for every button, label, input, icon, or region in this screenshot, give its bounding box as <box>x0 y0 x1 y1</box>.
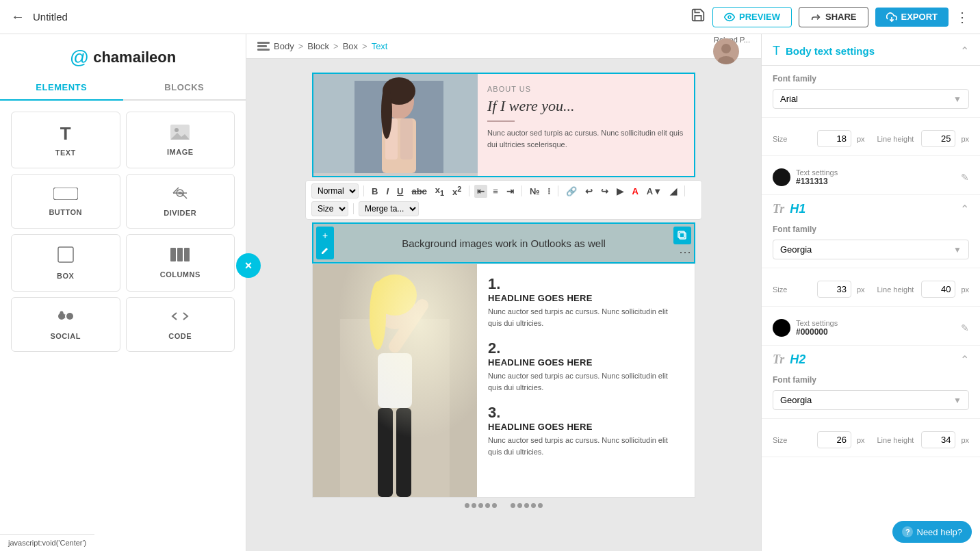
document-title: Untitled <box>33 11 68 23</box>
svg-rect-30 <box>400 118 413 159</box>
h1-size-input[interactable] <box>817 281 851 298</box>
h2-line-height-input[interactable] <box>921 431 955 448</box>
svg-rect-19 <box>257 42 270 44</box>
content-columns-block: 1. HEADLINE GOES HERE Nunc auctor sed tu… <box>312 264 695 498</box>
color-settings-label: Text settings <box>796 168 955 177</box>
bold-button[interactable]: B <box>369 185 381 198</box>
element-box[interactable]: BOX <box>11 234 120 292</box>
export-button[interactable]: EXPORT <box>875 8 949 27</box>
share-button[interactable]: SHARE <box>799 7 868 27</box>
line-height-input[interactable] <box>921 130 955 147</box>
font-family-section: Font family Arial ▼ <box>762 66 980 118</box>
size-input[interactable] <box>817 130 851 147</box>
h1-edit-color-button[interactable]: ✎ <box>961 322 969 333</box>
element-divider[interactable]: DIVIDER <box>126 174 235 229</box>
merge-tags-select[interactable]: Merge ta... <box>359 201 419 216</box>
column-list: 1. HEADLINE GOES HERE Nunc auctor sed tu… <box>477 264 695 497</box>
left-scroll-dots <box>465 503 497 508</box>
elements-grid: T TEXT IMAGE BUTTON DIVIDER <box>0 101 246 363</box>
social-label: SOCIAL <box>50 332 81 340</box>
right-scroll-dots <box>511 503 543 508</box>
h1-line-height-input[interactable] <box>921 281 955 298</box>
strikethrough-button[interactable]: abc <box>409 185 429 198</box>
subscript-button[interactable]: x1 <box>433 183 447 198</box>
h1-header: Tr H1 ⌃ <box>762 195 980 216</box>
edit-block-button[interactable] <box>316 242 334 259</box>
list-num-1: 1. <box>488 275 684 293</box>
need-help-button[interactable]: ? Need help? <box>892 521 972 543</box>
svg-rect-44 <box>313 264 477 497</box>
align-left-button[interactable]: ⇤ <box>474 185 487 198</box>
align-right-button[interactable]: ⇥ <box>504 185 517 198</box>
h2-font-family-header: Font family <box>773 375 969 385</box>
svg-rect-14 <box>177 248 183 261</box>
main-layout: @ chamaileon ELEMENTS BLOCKS T TEXT IMAG… <box>0 34 980 551</box>
columns-label: COLUMNS <box>160 270 201 279</box>
close-button[interactable]: × <box>236 253 261 278</box>
copy-block-button[interactable] <box>673 227 691 244</box>
text-settings-section: Text settings #131313 ✎ <box>762 156 980 195</box>
email-text-column: ABOUT US If I were you... Nunc auctor se… <box>478 74 694 176</box>
save-button[interactable] <box>691 8 706 26</box>
tab-blocks[interactable]: BLOCKS <box>123 75 246 99</box>
h1-line-height-label: Line height <box>877 285 916 294</box>
h1-size-unit: px <box>857 285 865 294</box>
h1-chevron-down-icon: ▼ <box>953 245 962 255</box>
h2-line-height-label: Line height <box>877 436 916 444</box>
unordered-list-button[interactable]: ⁝ <box>545 185 553 198</box>
more-options-button[interactable]: ⋮ <box>955 9 969 25</box>
italic-heading: If I were you... <box>487 97 684 115</box>
user-profile[interactable]: Roland P... <box>714 36 750 44</box>
element-columns[interactable]: COLUMNS <box>126 234 235 292</box>
bc-box: Box <box>343 41 358 51</box>
element-social[interactable]: SOCIAL <box>11 297 120 352</box>
font-family-label: Font family <box>773 74 816 84</box>
align-center-button[interactable]: ≡ <box>490 185 501 198</box>
column-image <box>313 264 477 497</box>
link-button[interactable]: 🔗 <box>563 185 580 198</box>
panel-collapse-button[interactable]: ⌃ <box>960 44 969 57</box>
element-text[interactable]: T TEXT <box>11 112 120 168</box>
preview-button[interactable]: PREVIEW <box>712 7 792 27</box>
underline-button[interactable]: U <box>394 185 406 198</box>
paragraph-style-select[interactable]: Normal <box>311 183 359 198</box>
back-button[interactable]: ← <box>11 9 25 25</box>
h1-icon: Tr <box>773 202 784 216</box>
h2-collapse-button[interactable]: ⌃ <box>960 353 969 366</box>
size-label: Size <box>773 135 812 143</box>
undo-button[interactable]: ↩ <box>582 185 595 198</box>
list-body-2: Nunc auctor sed turpis ac cursus. Nunc s… <box>488 370 684 393</box>
email-image-column <box>313 74 478 176</box>
h1-font-family-dropdown[interactable]: Georgia ▼ <box>773 240 969 259</box>
chevron-down-icon: ▼ <box>953 94 962 104</box>
tab-elements[interactable]: ELEMENTS <box>0 75 123 101</box>
element-image[interactable]: IMAGE <box>126 112 235 168</box>
element-code[interactable]: CODE <box>126 297 235 352</box>
h1-collapse-button[interactable]: ⌃ <box>960 203 969 216</box>
font-family-dropdown[interactable]: Arial ▼ <box>773 89 969 109</box>
color-row: Text settings #131313 ✎ <box>773 168 969 186</box>
more-format-button[interactable]: ▶ <box>614 185 626 198</box>
h1-color-swatch[interactable] <box>773 319 790 337</box>
list-item: 1. HEADLINE GOES HERE Nunc auctor sed tu… <box>488 275 684 329</box>
breadcrumb: Body > Block > Box > Text Roland P... <box>246 34 761 59</box>
superscript-button[interactable]: x2 <box>450 183 464 198</box>
color-swatch[interactable] <box>773 168 790 186</box>
block-more-options-button[interactable]: ⋯ <box>679 244 691 259</box>
redo-button[interactable]: ↪ <box>598 185 611 198</box>
panel-header: T Body text settings ⌃ <box>762 34 980 66</box>
highlight-button[interactable]: A <box>629 185 641 198</box>
h2-size-unit: px <box>857 436 865 444</box>
edit-color-button[interactable]: ✎ <box>961 172 969 183</box>
color-button[interactable]: A▼ <box>644 185 665 198</box>
italic-button[interactable]: I <box>383 185 391 198</box>
ordered-list-button[interactable]: № <box>527 185 543 198</box>
font-size-select[interactable]: Size <box>311 201 348 216</box>
element-button[interactable]: BUTTON <box>11 174 120 229</box>
status-text: javascript:void('Center') <box>8 539 86 547</box>
h2-size-input[interactable] <box>817 431 851 448</box>
bc-body: Body <box>274 41 294 51</box>
h2-font-family-dropdown[interactable]: Georgia ▼ <box>773 390 969 410</box>
background-color-button[interactable]: ◢ <box>667 185 680 198</box>
list-body-3: Nunc auctor sed turpis ac cursus. Nunc s… <box>488 435 684 457</box>
